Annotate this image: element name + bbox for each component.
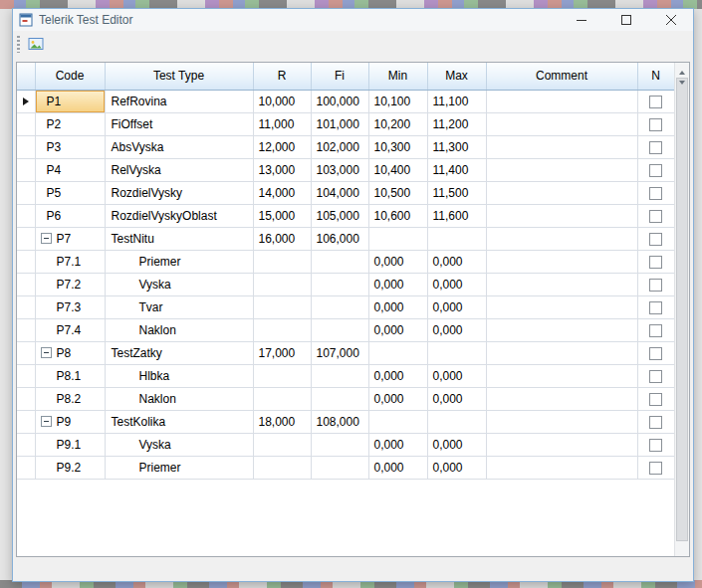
row-checkbox[interactable] xyxy=(649,416,662,429)
max-cell[interactable]: 11,100 xyxy=(427,90,486,112)
max-cell[interactable] xyxy=(427,410,486,433)
min-cell[interactable]: 10,300 xyxy=(368,135,427,158)
test-type-cell[interactable]: Priemer xyxy=(105,456,253,479)
collapse-icon[interactable] xyxy=(41,347,52,358)
column-header-r[interactable]: R xyxy=(253,63,311,90)
test-type-cell[interactable]: RelVyska xyxy=(105,158,253,181)
grid-row[interactable]: P4RelVyska13,000103,00010,40011,400 xyxy=(17,158,674,181)
r-cell[interactable]: 15,000 xyxy=(253,204,311,227)
row-header-cell[interactable] xyxy=(17,364,35,387)
grid-row[interactable]: P7.1Priemer0,0000,000 xyxy=(17,250,674,273)
test-type-cell[interactable]: Vyska xyxy=(105,433,253,456)
row-checkbox[interactable] xyxy=(649,347,662,360)
row-header-cell[interactable] xyxy=(17,433,35,456)
max-cell[interactable]: 0,000 xyxy=(427,433,486,456)
r-cell[interactable]: 14,000 xyxy=(253,181,311,204)
r-cell[interactable]: 10,000 xyxy=(253,90,311,112)
row-checkbox[interactable] xyxy=(649,324,662,337)
row-header-cell[interactable] xyxy=(17,273,35,295)
test-type-cell[interactable]: RefRovina xyxy=(105,90,253,112)
column-header-max[interactable]: Max xyxy=(427,63,486,90)
row-checkbox[interactable] xyxy=(649,279,662,292)
n-cell[interactable] xyxy=(637,433,674,456)
fi-cell[interactable]: 106,000 xyxy=(311,227,368,250)
n-cell[interactable] xyxy=(637,341,674,364)
row-checkbox[interactable] xyxy=(649,141,662,154)
fi-cell[interactable] xyxy=(311,318,368,341)
collapse-icon[interactable] xyxy=(41,233,52,244)
row-header-cell[interactable] xyxy=(17,295,35,318)
code-cell[interactable]: P5 xyxy=(35,181,105,204)
row-checkbox[interactable] xyxy=(649,210,662,223)
fi-cell[interactable] xyxy=(311,273,368,295)
r-cell[interactable] xyxy=(253,318,311,341)
max-cell[interactable]: 0,000 xyxy=(427,295,486,318)
n-cell[interactable] xyxy=(637,250,674,273)
fi-cell[interactable] xyxy=(311,433,368,456)
n-cell[interactable] xyxy=(637,273,674,295)
max-cell[interactable]: 11,200 xyxy=(427,112,486,135)
grid-row[interactable]: P5RozdielVysky14,000104,00010,50011,500 xyxy=(17,181,674,204)
code-cell[interactable]: P9 xyxy=(35,410,105,433)
grid-row[interactable]: P3AbsVyska12,000102,00010,30011,300 xyxy=(17,135,674,158)
comment-cell[interactable] xyxy=(486,273,637,295)
min-cell[interactable]: 0,000 xyxy=(368,433,427,456)
row-header-cell[interactable] xyxy=(17,387,35,410)
r-cell[interactable]: 16,000 xyxy=(253,227,311,250)
grid-row[interactable]: P7.2Vyska0,0000,000 xyxy=(17,273,674,295)
n-cell[interactable] xyxy=(637,410,674,433)
n-cell[interactable] xyxy=(637,112,674,135)
code-cell[interactable]: P2 xyxy=(35,112,105,135)
grid-row[interactable]: P9.2Priemer0,0000,000 xyxy=(17,456,674,479)
fi-cell[interactable] xyxy=(311,387,368,410)
min-cell[interactable]: 0,000 xyxy=(368,364,427,387)
comment-cell[interactable] xyxy=(486,135,637,158)
code-cell[interactable]: P4 xyxy=(35,158,105,181)
test-type-cell[interactable]: RozdielVyskyOblast xyxy=(105,204,253,227)
fi-cell[interactable] xyxy=(311,364,368,387)
comment-cell[interactable] xyxy=(486,227,637,250)
max-cell[interactable]: 0,000 xyxy=(427,250,486,273)
comment-cell[interactable] xyxy=(486,410,637,433)
max-cell[interactable] xyxy=(427,227,486,250)
scrollbar-thumb[interactable] xyxy=(676,78,688,541)
max-cell[interactable]: 0,000 xyxy=(427,273,486,295)
comment-cell[interactable] xyxy=(486,341,637,364)
comment-cell[interactable] xyxy=(486,181,637,204)
comment-cell[interactable] xyxy=(486,90,637,112)
grid-row[interactable]: P6RozdielVyskyOblast15,000105,00010,6001… xyxy=(17,204,674,227)
row-header-cell[interactable] xyxy=(17,410,35,433)
vertical-scrollbar[interactable] xyxy=(674,63,689,556)
n-cell[interactable] xyxy=(637,204,674,227)
row-header-cell[interactable] xyxy=(17,341,35,364)
row-checkbox[interactable] xyxy=(649,370,662,383)
r-cell[interactable] xyxy=(253,273,311,295)
test-type-cell[interactable]: AbsVyska xyxy=(105,135,253,158)
grid-row[interactable]: P7TestNitu16,000106,000 xyxy=(17,227,674,250)
r-cell[interactable]: 18,000 xyxy=(253,410,311,433)
n-cell[interactable] xyxy=(637,135,674,158)
n-cell[interactable] xyxy=(637,295,674,318)
test-type-cell[interactable]: TestKolika xyxy=(105,410,253,433)
test-type-cell[interactable]: RozdielVysky xyxy=(105,181,253,204)
code-cell[interactable]: P7.3 xyxy=(35,295,105,318)
scroll-down-icon[interactable] xyxy=(675,78,689,93)
r-cell[interactable] xyxy=(253,456,311,479)
row-header-cell[interactable] xyxy=(17,181,35,204)
min-cell[interactable] xyxy=(368,410,427,433)
min-cell[interactable]: 10,100 xyxy=(368,90,427,112)
min-cell[interactable]: 0,000 xyxy=(368,456,427,479)
grid-row[interactable]: P2FiOffset11,000101,00010,20011,200 xyxy=(17,112,674,135)
title-bar[interactable]: Telerik Test Editor xyxy=(13,9,693,31)
n-cell[interactable] xyxy=(637,456,674,479)
code-cell[interactable]: P9.2 xyxy=(35,456,105,479)
grid-row[interactable]: P7.3Tvar0,0000,000 xyxy=(17,295,674,318)
r-cell[interactable]: 17,000 xyxy=(253,341,311,364)
grid-row[interactable]: P1RefRovina10,000100,00010,10011,100 xyxy=(17,90,674,112)
row-header-cell[interactable] xyxy=(17,112,35,135)
max-cell[interactable]: 0,000 xyxy=(427,318,486,341)
n-cell[interactable] xyxy=(637,90,674,112)
row-checkbox[interactable] xyxy=(649,439,662,452)
n-cell[interactable] xyxy=(637,158,674,181)
fi-cell[interactable] xyxy=(311,295,368,318)
